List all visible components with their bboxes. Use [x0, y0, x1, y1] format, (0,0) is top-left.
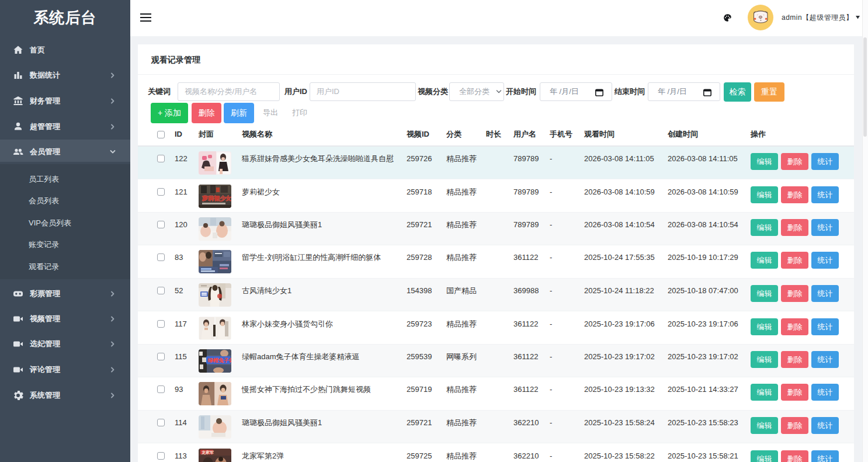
svg-text:萝莉裙少女: 萝莉裙少女 [202, 195, 231, 202]
svg-text:龙家军: 龙家军 [201, 450, 214, 455]
svg-text:绿帽兔子体育: 绿帽兔子体育 [207, 357, 231, 363]
